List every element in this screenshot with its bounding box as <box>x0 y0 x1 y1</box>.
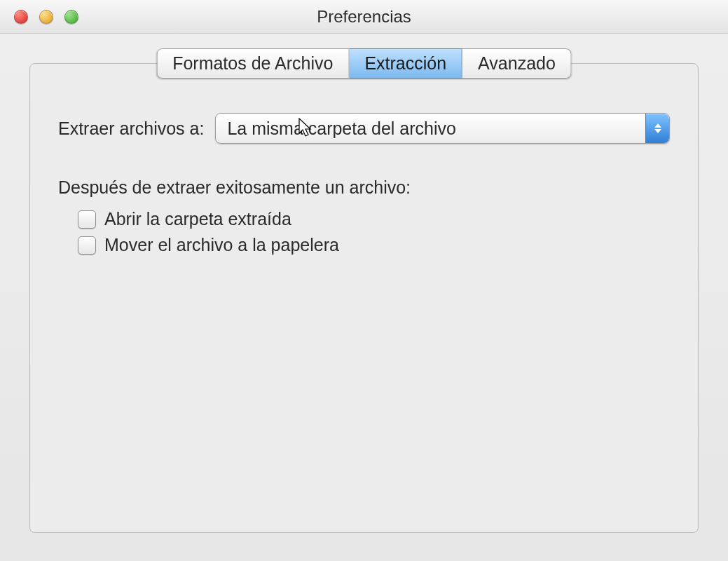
preferences-window: Preferencias Formatos de Archivo Extracc… <box>0 0 728 561</box>
minimize-icon[interactable] <box>39 10 53 24</box>
extract-destination-value: La misma carpeta del archivo <box>227 119 456 139</box>
extract-destination-popup[interactable]: La misma carpeta del archivo <box>215 113 670 144</box>
open-folder-row: Abrir la carpeta extraída <box>78 209 670 229</box>
tab-extraction[interactable]: Extracción <box>349 48 462 79</box>
titlebar: Preferencias <box>0 0 728 34</box>
open-folder-label: Abrir la carpeta extraída <box>104 209 291 229</box>
window-title: Preferencias <box>0 7 728 27</box>
close-icon[interactable] <box>14 10 28 24</box>
popup-arrows-icon <box>645 114 669 143</box>
tabs: Formatos de Archivo Extracción Avanzado <box>156 48 572 79</box>
tab-group: Formatos de Archivo Extracción Avanzado … <box>29 63 699 533</box>
tab-file-formats[interactable]: Formatos de Archivo <box>156 48 349 79</box>
move-trash-checkbox[interactable] <box>78 236 96 255</box>
content-area: Formatos de Archivo Extracción Avanzado … <box>0 34 728 561</box>
zoom-icon[interactable] <box>64 10 78 24</box>
move-trash-label: Mover el archivo a la papelera <box>104 235 339 255</box>
extract-destination-row: Extraer archivos a: La misma carpeta del… <box>58 113 670 144</box>
tab-advanced[interactable]: Avanzado <box>462 48 572 79</box>
move-trash-row: Mover el archivo a la papelera <box>78 235 670 255</box>
traffic-lights <box>14 10 78 24</box>
extract-destination-label: Extraer archivos a: <box>58 119 204 139</box>
after-extract-label: Después de extraer exitosamente un archi… <box>58 177 670 198</box>
open-folder-checkbox[interactable] <box>78 210 96 229</box>
